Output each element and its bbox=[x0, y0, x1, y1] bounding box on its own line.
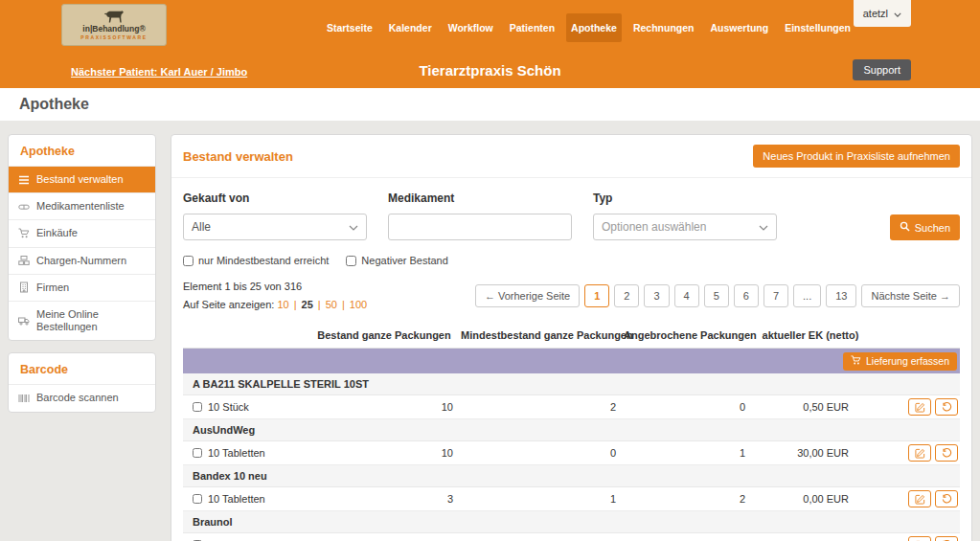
sidebar-item-label: Einkäufe bbox=[36, 227, 78, 239]
row-checkbox[interactable] bbox=[193, 494, 202, 504]
nav-item-startseite[interactable]: Startseite bbox=[322, 13, 377, 42]
page-button-3[interactable]: 3 bbox=[644, 284, 669, 307]
table-row: 10 Tabletten100130,00 EUR bbox=[183, 441, 960, 465]
per-page-options: 10|25|50|100 bbox=[277, 296, 367, 314]
nav-item-workflow[interactable]: Workflow bbox=[444, 13, 498, 42]
nav-item-patienten[interactable]: Patienten bbox=[505, 13, 559, 42]
sidebar-item-bestand-verwalten[interactable]: Bestand verwalten bbox=[9, 166, 155, 192]
new-product-button[interactable]: Neues Produkt in Praxisliste aufnehmen bbox=[753, 145, 960, 168]
row-actions bbox=[868, 444, 960, 462]
chevron-down-icon bbox=[759, 220, 768, 234]
edit-button[interactable] bbox=[908, 490, 931, 507]
nav-item-auswertung[interactable]: Auswertung bbox=[705, 13, 773, 42]
checkbox-label: Negativer Bestand bbox=[361, 255, 448, 266]
angebrochen-value: 0 bbox=[624, 401, 753, 413]
page-button-1[interactable]: 1 bbox=[584, 284, 609, 307]
page-button-7[interactable]: 7 bbox=[763, 284, 788, 307]
pagination-info: Element 1 bis 25 von 316 Auf Seite anzei… bbox=[183, 278, 367, 313]
content-area: ApothekeBestand verwaltenMedikamentenlis… bbox=[0, 134, 980, 541]
medikament-input[interactable] bbox=[388, 214, 572, 240]
angebrochen-value: 1 bbox=[624, 447, 753, 459]
list-icon bbox=[18, 174, 30, 186]
pagination-controls: ← Vorherige Seite 1234567...13 Nächste S… bbox=[475, 284, 960, 307]
user-menu[interactable]: atetzl bbox=[854, 0, 911, 27]
page-button-2[interactable]: 2 bbox=[614, 284, 639, 307]
boxes-icon bbox=[18, 255, 30, 266]
row-checkbox[interactable] bbox=[193, 402, 202, 412]
pagination-row: Element 1 bis 25 von 316 Auf Seite anzei… bbox=[171, 272, 971, 323]
edit-button[interactable] bbox=[908, 444, 931, 462]
typ-select[interactable]: Optionen auswählen bbox=[593, 214, 777, 240]
ek-value: 0,00 EUR bbox=[753, 493, 868, 505]
nav-item-apotheke[interactable]: Apotheke bbox=[566, 13, 622, 42]
history-button[interactable] bbox=[935, 536, 958, 541]
per-page-option-25[interactable]: 25 bbox=[302, 296, 313, 314]
negativer-bestand-filter[interactable]: Negativer Bestand bbox=[346, 255, 448, 266]
sidebar-section-apotheke: ApothekeBestand verwaltenMedikamentenlis… bbox=[8, 134, 156, 341]
sidebar-item-label: Meine Online Bestellungen bbox=[36, 308, 146, 333]
row-checkbox[interactable] bbox=[193, 448, 202, 458]
search-icon bbox=[900, 221, 910, 234]
page-button-13[interactable]: 13 bbox=[826, 284, 856, 307]
page-button-5[interactable]: 5 bbox=[704, 284, 729, 307]
truck-icon bbox=[18, 315, 30, 327]
sidebar-item-medikamentenliste[interactable]: Medikamentenliste bbox=[9, 192, 155, 219]
sidebar-item-label: Firmen bbox=[36, 282, 69, 294]
sidebar-item-barcode-scannen[interactable]: Barcode scannen bbox=[9, 384, 155, 411]
sidebar-item-firmen[interactable]: Firmen bbox=[9, 274, 155, 301]
table-row: 10 Tabletten3120,00 EUR bbox=[183, 487, 960, 511]
per-page-option-100[interactable]: 100 bbox=[350, 296, 367, 314]
sidebar-item-chargen-nummern[interactable]: Chargen-Nummern bbox=[9, 247, 155, 274]
mindestbestand-checkbox[interactable] bbox=[183, 256, 194, 266]
history-button[interactable] bbox=[935, 444, 958, 462]
prev-page-button[interactable]: ← Vorherige Seite bbox=[475, 284, 580, 307]
per-page-option-50[interactable]: 50 bbox=[326, 296, 337, 314]
typ-placeholder: Optionen auswählen bbox=[602, 220, 706, 234]
delivery-button[interactable]: Lieferung erfassen bbox=[843, 352, 957, 371]
app-logo[interactable]: in|Behandlung® PRAXISSOFTWARE bbox=[61, 4, 167, 46]
building-icon bbox=[18, 282, 30, 293]
ek-value: 0,50 EUR bbox=[753, 401, 868, 413]
unit-label: 10 Tabletten bbox=[208, 493, 265, 505]
gekauft-von-select[interactable]: Alle bbox=[183, 214, 367, 240]
nav-item-rechnungen[interactable]: Rechnungen bbox=[628, 13, 699, 42]
negativer-bestand-checkbox[interactable] bbox=[346, 256, 356, 266]
bestand-value: 10 bbox=[308, 401, 461, 413]
filter-typ: Typ Optionen auswählen bbox=[593, 192, 777, 240]
search-button[interactable]: Suchen bbox=[890, 214, 960, 240]
mindestbestand-value: 1 bbox=[461, 493, 624, 505]
page-button-4[interactable]: 4 bbox=[674, 284, 699, 307]
page-button-6[interactable]: 6 bbox=[734, 284, 759, 307]
ek-value: 30,00 EUR bbox=[753, 447, 868, 459]
per-page-separator: | bbox=[342, 296, 345, 314]
sidebar-item-label: Chargen-Nummern bbox=[36, 255, 126, 267]
next-page-button[interactable]: Nächste Seite → bbox=[861, 284, 960, 307]
unit-label: 10 Stück bbox=[208, 401, 249, 413]
per-page-option-10[interactable]: 10 bbox=[277, 296, 288, 314]
history-button[interactable] bbox=[935, 490, 958, 507]
nav-item-einstellungen[interactable]: Einstellungen bbox=[780, 13, 855, 42]
table-row: 10 Stück10200,50 EUR bbox=[183, 395, 960, 419]
sidebar-item-label: Barcode scannen bbox=[36, 392, 119, 404]
main-panel: Bestand verwalten Neues Produkt in Praxi… bbox=[171, 134, 972, 541]
table-row: 1 Milliliter-24000,00 EUR bbox=[183, 533, 960, 541]
edit-button[interactable] bbox=[908, 398, 931, 416]
logo-title: in|Behandlung® bbox=[82, 25, 145, 34]
unit-cell: 10 Tabletten bbox=[183, 493, 308, 505]
column-header-angebrochen: Angebrochene Packungen bbox=[624, 329, 753, 341]
cart-icon bbox=[851, 355, 861, 368]
per-page-separator: | bbox=[318, 296, 321, 314]
sidebar-item-meine-online-bestellungen[interactable]: Meine Online Bestellungen bbox=[9, 301, 155, 340]
sidebar-item-einkäufe[interactable]: Einkäufe bbox=[9, 219, 155, 246]
row-actions bbox=[868, 536, 960, 541]
support-button[interactable]: Support bbox=[853, 59, 911, 80]
nav-item-kalender[interactable]: Kalender bbox=[384, 13, 437, 42]
mindestbestand-filter[interactable]: nur Mindestbestand erreicht bbox=[183, 255, 329, 266]
edit-button[interactable] bbox=[908, 536, 931, 541]
page-title-band: Apotheke bbox=[0, 88, 980, 121]
panel-title: Bestand verwalten bbox=[183, 149, 293, 164]
sidebar-item-label: Bestand verwalten bbox=[36, 173, 124, 186]
history-button[interactable] bbox=[935, 398, 958, 416]
sidebar: ApothekeBestand verwaltenMedikamentenlis… bbox=[8, 134, 156, 424]
next-patient-link[interactable]: Nächster Patient: Karl Auer / Jimbo bbox=[71, 66, 247, 78]
